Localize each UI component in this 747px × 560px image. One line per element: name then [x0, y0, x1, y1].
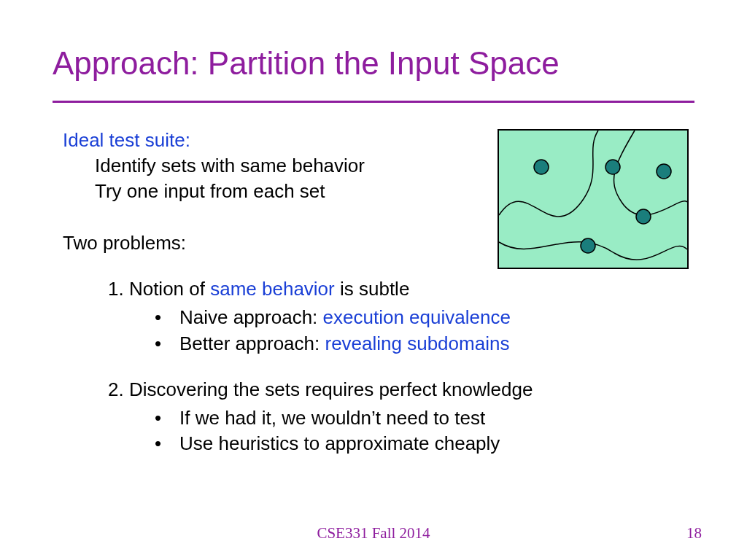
p2-bullet-1: If we had it, we wouldn’t need to test	[179, 405, 661, 431]
dot-1	[534, 160, 549, 174]
p1-suffix: is subtle	[335, 278, 410, 300]
slide-title: Approach: Partition the Input Space	[53, 45, 560, 82]
dot-3	[657, 164, 671, 179]
p2-bullets: If we had it, we wouldn’t need to test U…	[63, 405, 661, 456]
p1-b1-highlight: execution equivalence	[323, 306, 511, 328]
problem-2: 2. Discovering the sets requires perfect…	[108, 377, 661, 402]
partition-svg	[498, 129, 689, 269]
dot-4	[636, 209, 651, 224]
footer-page-number: 18	[686, 524, 702, 542]
footer-course: CSE331 Fall 2014	[0, 524, 747, 542]
problem-1: 1. Notion of same behavior is subtle	[108, 276, 661, 302]
title-underline	[53, 101, 694, 103]
p1-b2-prefix: Better approach:	[179, 332, 325, 354]
dot-5	[581, 238, 595, 253]
p1-highlight: same behavior	[210, 278, 335, 300]
p1-b1-prefix: Naive approach:	[179, 306, 323, 328]
dot-2	[605, 160, 620, 174]
p2-bullet-2: Use heuristics to approximate cheaply	[179, 431, 661, 456]
partition-diagram	[498, 129, 689, 269]
ideal-heading-text: Ideal test suite:	[63, 129, 190, 151]
p1-bullet-1: Naive approach: execution equivalence	[179, 305, 661, 330]
p1-bullets: Naive approach: execution equivalence Be…	[63, 305, 661, 356]
p1-b2-highlight: revealing subdomains	[325, 332, 509, 354]
p1-bullet-2: Better approach: revealing subdomains	[179, 331, 661, 357]
p1-prefix: 1. Notion of	[108, 278, 210, 300]
slide: Approach: Partition the Input Space Idea…	[0, 0, 747, 560]
